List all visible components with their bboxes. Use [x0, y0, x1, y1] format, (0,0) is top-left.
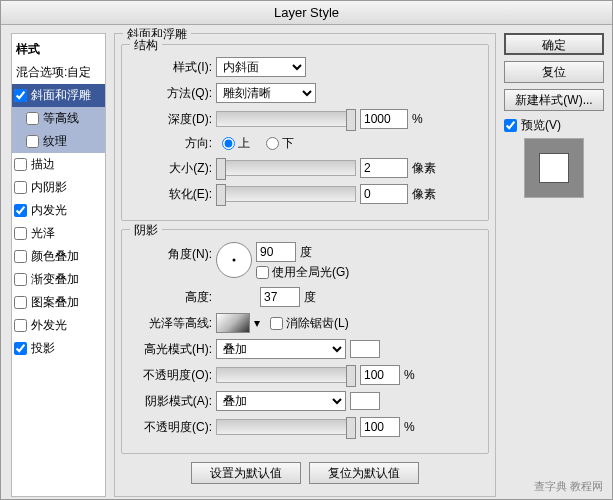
size-label: 大小(Z): — [132, 160, 212, 177]
style-item-2[interactable]: 纹理 — [12, 130, 105, 153]
style-item-checkbox[interactable] — [14, 89, 27, 102]
blend-options-row[interactable]: 混合选项:自定 — [12, 61, 105, 84]
highlight-opacity-unit: % — [404, 368, 415, 382]
style-item-10[interactable]: 外发光 — [12, 314, 105, 337]
style-item-7[interactable]: 颜色叠加 — [12, 245, 105, 268]
style-label: 样式(I): — [132, 59, 212, 76]
highlight-mode-label: 高光模式(H): — [132, 341, 212, 358]
highlight-mode-select[interactable]: 叠加 — [216, 339, 346, 359]
depth-label: 深度(D): — [132, 111, 212, 128]
styles-panel: 样式 混合选项:自定 斜面和浮雕等高线纹理描边内阴影内发光光泽颜色叠加渐变叠加图… — [11, 33, 106, 497]
style-item-label: 内发光 — [31, 202, 67, 219]
technique-select[interactable]: 雕刻清晰 — [216, 83, 316, 103]
watermark: 查字典 教程网 — [534, 479, 603, 494]
structure-group: 结构 样式(I): 内斜面 方法(Q): 雕刻清晰 深度(D): % — [121, 44, 489, 221]
style-item-checkbox[interactable] — [14, 250, 27, 263]
antialias-checkbox[interactable]: 消除锯齿(L) — [270, 315, 349, 332]
style-item-label: 图案叠加 — [31, 294, 79, 311]
preview-label: 预览(V) — [521, 117, 561, 134]
shadow-mode-select[interactable]: 叠加 — [216, 391, 346, 411]
angle-label: 角度(N): — [132, 242, 212, 263]
style-item-checkbox[interactable] — [14, 158, 27, 171]
soften-input[interactable] — [360, 184, 408, 204]
soften-unit: 像素 — [412, 186, 436, 203]
style-item-checkbox[interactable] — [26, 112, 39, 125]
style-item-label: 斜面和浮雕 — [31, 87, 91, 104]
bevel-emboss-panel: 斜面和浮雕 结构 样式(I): 内斜面 方法(Q): 雕刻清晰 深度(D): — [114, 33, 496, 497]
style-item-checkbox[interactable] — [14, 204, 27, 217]
depth-slider[interactable] — [216, 111, 356, 127]
structure-legend: 结构 — [130, 37, 162, 54]
depth-input[interactable] — [360, 109, 408, 129]
style-item-11[interactable]: 投影 — [12, 337, 105, 360]
shadow-color-swatch[interactable] — [350, 392, 380, 410]
style-item-label: 纹理 — [43, 133, 67, 150]
size-input[interactable] — [360, 158, 408, 178]
shading-legend: 阴影 — [130, 222, 162, 239]
style-item-label: 颜色叠加 — [31, 248, 79, 265]
direction-label: 方向: — [132, 135, 212, 152]
preview-checkbox[interactable] — [504, 119, 517, 132]
angle-input[interactable] — [256, 242, 296, 262]
style-item-6[interactable]: 光泽 — [12, 222, 105, 245]
style-item-checkbox[interactable] — [26, 135, 39, 148]
highlight-opacity-label: 不透明度(O): — [132, 367, 212, 384]
altitude-label: 高度: — [132, 289, 212, 306]
technique-label: 方法(Q): — [132, 85, 212, 102]
style-item-3[interactable]: 描边 — [12, 153, 105, 176]
style-item-label: 内阴影 — [31, 179, 67, 196]
highlight-opacity-slider[interactable] — [216, 367, 356, 383]
style-item-label: 渐变叠加 — [31, 271, 79, 288]
style-item-checkbox[interactable] — [14, 342, 27, 355]
style-item-1[interactable]: 等高线 — [12, 107, 105, 130]
gloss-contour-picker[interactable] — [216, 313, 250, 333]
style-item-checkbox[interactable] — [14, 319, 27, 332]
depth-unit: % — [412, 112, 423, 126]
size-slider[interactable] — [216, 160, 356, 176]
cancel-button[interactable]: 复位 — [504, 61, 604, 83]
style-item-checkbox[interactable] — [14, 296, 27, 309]
style-item-5[interactable]: 内发光 — [12, 199, 105, 222]
direction-down-radio[interactable]: 下 — [266, 135, 294, 152]
style-item-label: 光泽 — [31, 225, 55, 242]
style-item-0[interactable]: 斜面和浮雕 — [12, 84, 105, 107]
style-item-checkbox[interactable] — [14, 181, 27, 194]
angle-dial[interactable] — [216, 242, 252, 278]
soften-label: 软化(E): — [132, 186, 212, 203]
global-light-checkbox[interactable]: 使用全局光(G) — [256, 264, 349, 281]
style-item-label: 外发光 — [31, 317, 67, 334]
ok-button[interactable]: 确定 — [504, 33, 604, 55]
shadow-mode-label: 阴影模式(A): — [132, 393, 212, 410]
angle-unit: 度 — [300, 244, 312, 261]
style-item-8[interactable]: 渐变叠加 — [12, 268, 105, 291]
altitude-input[interactable] — [260, 287, 300, 307]
style-item-label: 等高线 — [43, 110, 79, 127]
reset-default-button[interactable]: 复位为默认值 — [309, 462, 419, 484]
gloss-label: 光泽等高线: — [132, 315, 212, 332]
chevron-down-icon[interactable]: ▾ — [254, 316, 260, 330]
style-item-checkbox[interactable] — [14, 273, 27, 286]
style-item-label: 描边 — [31, 156, 55, 173]
shadow-opacity-slider[interactable] — [216, 419, 356, 435]
style-item-9[interactable]: 图案叠加 — [12, 291, 105, 314]
make-default-button[interactable]: 设置为默认值 — [191, 462, 301, 484]
soften-slider[interactable] — [216, 186, 356, 202]
new-style-button[interactable]: 新建样式(W)... — [504, 89, 604, 111]
styles-header: 样式 — [12, 38, 105, 61]
style-item-4[interactable]: 内阴影 — [12, 176, 105, 199]
style-select[interactable]: 内斜面 — [216, 57, 306, 77]
altitude-unit: 度 — [304, 289, 316, 306]
titlebar: Layer Style — [1, 1, 612, 25]
highlight-opacity-input[interactable] — [360, 365, 400, 385]
direction-up-radio[interactable]: 上 — [222, 135, 250, 152]
shadow-opacity-unit: % — [404, 420, 415, 434]
shadow-opacity-input[interactable] — [360, 417, 400, 437]
preview-swatch — [524, 138, 584, 198]
highlight-color-swatch[interactable] — [350, 340, 380, 358]
size-unit: 像素 — [412, 160, 436, 177]
style-item-label: 投影 — [31, 340, 55, 357]
shadow-opacity-label: 不透明度(C): — [132, 419, 212, 436]
style-item-checkbox[interactable] — [14, 227, 27, 240]
shading-group: 阴影 角度(N): 度 使用全局光(G) — [121, 229, 489, 454]
